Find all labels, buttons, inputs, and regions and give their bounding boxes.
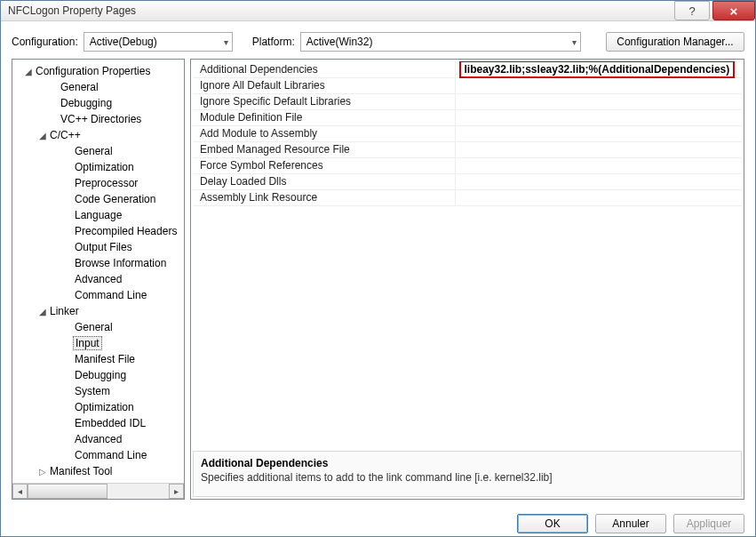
tree-item[interactable]: Command Line (12, 447, 184, 463)
property-value[interactable] (455, 141, 742, 157)
tree-item-label: General (73, 145, 113, 157)
tree-item-label: Embedded IDL (73, 417, 146, 429)
tree-item-label: Manifest Tool (48, 465, 112, 477)
collapse-icon[interactable]: ◢ (37, 307, 48, 317)
tree-item[interactable]: Advanced (12, 431, 184, 447)
property-value[interactable] (455, 93, 742, 109)
tree-item[interactable]: ▷Manifest Tool (12, 463, 184, 479)
description-box: Additional Dependencies Specifies additi… (193, 451, 742, 497)
expand-icon[interactable]: ▷ (37, 467, 48, 477)
close-icon: × (730, 4, 738, 19)
tree-item[interactable]: General (12, 143, 184, 159)
tree-item[interactable]: Browse Information (12, 255, 184, 271)
property-row[interactable]: Embed Managed Resource File (193, 141, 742, 157)
tree-item[interactable]: Output Files (12, 239, 184, 255)
property-value[interactable]: libeay32.lib;ssleay32.lib;%(AdditionalDe… (455, 61, 742, 77)
tree-item-label: Preprocessor (73, 177, 138, 189)
property-key: Assembly Link Resource (193, 189, 455, 205)
property-row[interactable]: Assembly Link Resource (193, 189, 742, 205)
property-value[interactable] (455, 157, 742, 173)
collapse-icon[interactable]: ◢ (23, 67, 34, 76)
content-area: Configuration: Active(Debug) ▾ Platform:… (1, 21, 755, 510)
tree-item-label: Linker (48, 305, 79, 317)
tree-item[interactable]: VC++ Directories (12, 111, 184, 127)
configuration-manager-button[interactable]: Configuration Manager... (606, 32, 744, 52)
tree-item[interactable]: Command Line (12, 287, 184, 303)
description-text: Specifies additional items to add to the… (201, 471, 734, 484)
property-row[interactable]: Ignore All Default Libraries (193, 77, 742, 93)
description-title: Additional Dependencies (201, 457, 734, 469)
apply-button[interactable]: Appliquer (673, 514, 744, 533)
platform-combo[interactable]: Active(Win32) ▾ (300, 32, 581, 52)
property-pages-dialog: NFCLogon Property Pages ? × Configuratio… (0, 0, 756, 537)
tree-item[interactable]: Code Generation (12, 191, 184, 207)
tree-item-label: Debugging (73, 369, 126, 381)
tree-item-label: System (73, 385, 110, 397)
tree-item-label: Debugging (59, 97, 112, 109)
tree-item-label: Command Line (73, 449, 147, 461)
tree-item[interactable]: Debugging (12, 95, 184, 111)
cancel-button[interactable]: Annuler (595, 514, 666, 533)
scroll-left-button[interactable]: ◂ (12, 484, 28, 499)
property-row[interactable]: Add Module to Assembly (193, 125, 742, 141)
tree-item[interactable]: Precompiled Headers (12, 223, 184, 239)
tree-item-label: Language (73, 209, 122, 221)
help-button[interactable]: ? (674, 1, 710, 20)
tree-item-label: General (73, 321, 113, 333)
tree-item[interactable]: Debugging (12, 367, 184, 383)
tree-item-label: General (59, 81, 99, 93)
property-value[interactable] (455, 77, 742, 93)
tree-item[interactable]: General (12, 79, 184, 95)
configuration-combo[interactable]: Active(Debug) ▾ (84, 32, 233, 52)
scroll-track[interactable] (28, 484, 169, 499)
property-row[interactable]: Module Definition File (193, 109, 742, 125)
tree-item[interactable]: Input (12, 335, 184, 351)
tree-item[interactable]: Optimization (12, 399, 184, 415)
tree-item-label: Advanced (73, 433, 122, 445)
platform-label: Platform: (252, 36, 295, 48)
property-value[interactable] (455, 173, 742, 189)
property-key: Module Definition File (193, 109, 455, 125)
ok-button[interactable]: OK (517, 514, 588, 533)
config-toolbar: Configuration: Active(Debug) ▾ Platform:… (12, 32, 744, 52)
property-value[interactable] (455, 125, 742, 141)
tree-item[interactable]: General (12, 319, 184, 335)
property-key: Delay Loaded Dlls (193, 173, 455, 189)
chevron-down-icon: ▾ (224, 37, 228, 47)
configuration-label: Configuration: (12, 36, 78, 48)
tree-item[interactable]: Manifest File (12, 351, 184, 367)
tree-item-label: Command Line (73, 289, 147, 301)
scroll-right-button[interactable]: ▸ (169, 484, 184, 499)
property-row[interactable]: Additional Dependencieslibeay32.lib;ssle… (193, 61, 742, 77)
tree-item-label: Advanced (73, 273, 122, 285)
tree[interactable]: ◢Configuration PropertiesGeneralDebuggin… (12, 60, 184, 483)
property-table: Additional Dependencieslibeay32.lib;ssle… (193, 61, 742, 206)
tree-item[interactable]: Advanced (12, 271, 184, 287)
close-button[interactable]: × (712, 1, 755, 20)
collapse-icon[interactable]: ◢ (37, 131, 48, 140)
property-key: Additional Dependencies (193, 61, 455, 77)
property-panel: Additional Dependencieslibeay32.lib;ssle… (190, 59, 744, 500)
tree-item-label: Optimization (73, 161, 134, 173)
tree-item[interactable]: ◢Configuration Properties (12, 63, 184, 79)
property-row[interactable]: Force Symbol References (193, 157, 742, 173)
tree-item-label: Input (73, 336, 102, 350)
tree-item[interactable]: System (12, 383, 184, 399)
property-row[interactable]: Ignore Specific Default Libraries (193, 93, 742, 109)
tree-item[interactable]: ◢C/C++ (12, 127, 184, 143)
tree-item[interactable]: Language (12, 207, 184, 223)
help-icon: ? (688, 4, 695, 18)
scroll-thumb[interactable] (28, 484, 107, 499)
tree-item[interactable]: ◢Linker (12, 303, 184, 319)
titlebar: NFCLogon Property Pages ? × (1, 1, 755, 21)
horizontal-scrollbar[interactable]: ◂ ▸ (12, 483, 184, 499)
tree-item-label: Precompiled Headers (73, 225, 177, 237)
property-value[interactable] (455, 109, 742, 125)
property-grid: Additional Dependencieslibeay32.lib;ssle… (193, 61, 742, 449)
property-value[interactable] (455, 189, 742, 205)
tree-item[interactable]: Preprocessor (12, 175, 184, 191)
tree-item[interactable]: Optimization (12, 159, 184, 175)
tree-item[interactable]: Embedded IDL (12, 415, 184, 431)
property-row[interactable]: Delay Loaded Dlls (193, 173, 742, 189)
property-key: Embed Managed Resource File (193, 141, 455, 157)
